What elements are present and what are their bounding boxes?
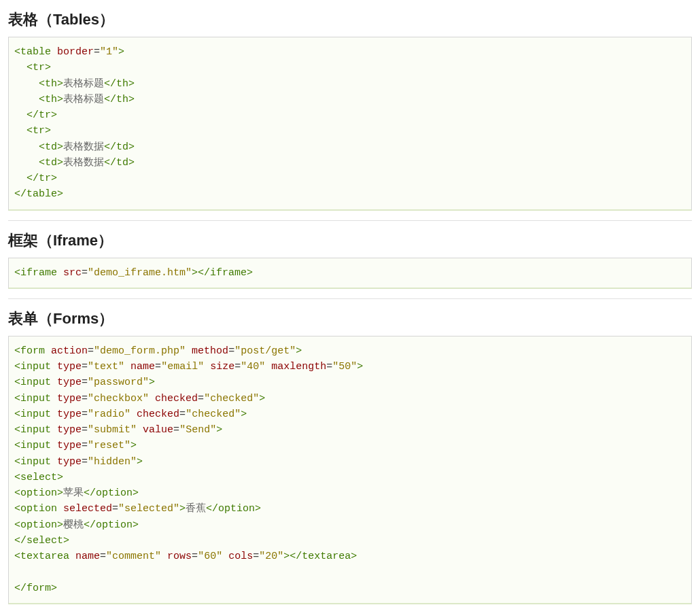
divider xyxy=(8,298,692,299)
section-heading-forms: 表单（Forms） xyxy=(8,309,692,329)
section-heading-iframe: 框架（Iframe） xyxy=(8,230,692,251)
divider xyxy=(8,220,692,221)
code-block-tables: <table border="1"> <tr> <th>表格标题</th> <t… xyxy=(8,37,692,211)
code-block-forms: <form action="demo_form.php" method="pos… xyxy=(8,336,692,604)
code-block-iframe: <iframe src="demo_iframe.htm"></iframe> xyxy=(8,258,692,289)
section-heading-tables: 表格（Tables） xyxy=(8,10,692,30)
